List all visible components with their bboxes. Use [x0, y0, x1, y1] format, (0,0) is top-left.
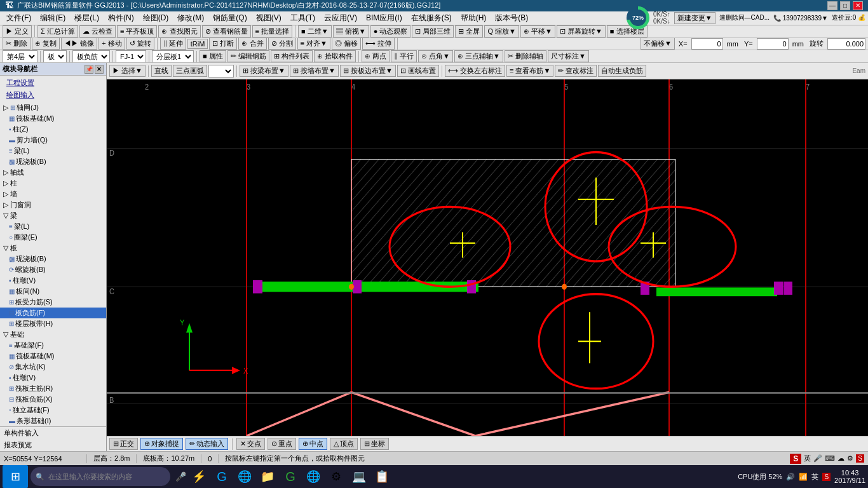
- tree-item-beam-l[interactable]: ≡ 梁(L): [0, 221, 106, 232]
- sidebar-draw-input[interactable]: 绘图输入: [0, 89, 106, 101]
- tree-item-beam[interactable]: ≡ 梁(L): [0, 146, 106, 156]
- tree-item-base[interactable]: ▽ 基础: [0, 329, 106, 340]
- tree-item-fj[interactable]: ⊟ 板负筋(F): [0, 308, 106, 318]
- break-button[interactable]: ⊡ 打断: [209, 38, 237, 50]
- tree-item-spiral[interactable]: ⟳ 螺旋板(B): [0, 264, 106, 275]
- menu-draw[interactable]: 绘图(D): [139, 11, 173, 25]
- delete-button[interactable]: ✂ 删除: [3, 38, 31, 50]
- rotate-screen-button[interactable]: ⊡ 屏幕旋转▼: [557, 25, 606, 37]
- mirror-button[interactable]: ◀▶ 镜像: [61, 38, 97, 50]
- rebar-select[interactable]: 板负筋: [72, 50, 110, 62]
- by-wall-button[interactable]: ⊞ 按墙布置▼: [290, 65, 339, 77]
- sidebar-project-settings[interactable]: 工程设置: [0, 77, 106, 89]
- taskbar-search[interactable]: 🔍 在这里输入你要搜索的内容: [31, 467, 170, 486]
- top-view-button[interactable]: ▤ 俯视▼: [333, 25, 369, 37]
- find-elem-button[interactable]: ⊕ 查找图元: [158, 25, 200, 37]
- view-rebar2-button[interactable]: ≡ 查看布筋▼: [506, 65, 553, 77]
- tree-item-jsk[interactable]: ⊘ 集水坑(K): [0, 362, 106, 372]
- tree-item-ring-beam[interactable]: ○ 圈梁(E): [0, 232, 106, 243]
- summary-button[interactable]: Σ 汇总计算: [37, 25, 78, 37]
- taskbar-app2[interactable]: G: [212, 466, 232, 487]
- offset-button[interactable]: ◎ 偏移: [332, 38, 361, 50]
- rotate-button[interactable]: ↺ 旋转: [126, 38, 154, 50]
- new-change-button[interactable]: 新建变更▼: [674, 12, 715, 24]
- tree-item-zd[interactable]: ▪ 柱墩(V): [0, 275, 106, 286]
- dynamic-obs-button[interactable]: ● 动态观察: [370, 25, 411, 37]
- split-button[interactable]: ⊘ 分割: [268, 38, 296, 50]
- taskbar-app8[interactable]: 💻: [349, 466, 369, 487]
- dim-button[interactable]: 尺寸标注▼: [548, 50, 589, 62]
- taskbar-app4[interactable]: 📁: [257, 466, 278, 487]
- menu-file[interactable]: 文件(F): [3, 11, 35, 25]
- tree-item-axis[interactable]: ▷ ⊞ 轴网(J): [0, 102, 106, 113]
- fullscreen-button[interactable]: ⊞ 全屏: [455, 25, 483, 37]
- tree-item-xjb[interactable]: ▩ 现浇板(B): [0, 254, 106, 264]
- intersect-button[interactable]: ✕ 交点: [236, 438, 265, 450]
- taskbar-app9[interactable]: 📋: [372, 466, 392, 487]
- 2d-button[interactable]: ■ 二维▼: [298, 25, 332, 37]
- x-input[interactable]: [691, 38, 723, 50]
- canvas-area[interactable]: 2 3 4 5 6 7 D C B: [107, 79, 868, 436]
- dynin-button[interactable]: ✏ 动态输入: [186, 438, 228, 450]
- stretch-button[interactable]: ⟷ 拉伸: [362, 38, 395, 50]
- property-button[interactable]: ■ 属性: [200, 50, 226, 62]
- by-slab-edge-button[interactable]: ⊞ 按板边布置▼: [340, 65, 396, 77]
- extend-button[interactable]: ‖ 延伸: [160, 38, 186, 50]
- taskbar-app5[interactable]: G: [280, 466, 301, 487]
- local-3d-button[interactable]: ⊡ 局部三维: [412, 25, 454, 37]
- align-top-button[interactable]: ≡ 平齐板顶: [117, 25, 157, 37]
- no-offset-button[interactable]: 不偏移▼: [641, 38, 675, 50]
- tree-item-column[interactable]: ▪ 柱(Z): [0, 124, 106, 135]
- tree-item-door[interactable]: ▷ 门窗洞: [0, 200, 106, 210]
- taskbar-app7[interactable]: ⚙: [326, 466, 346, 487]
- name-select[interactable]: FJ-1: [116, 50, 146, 62]
- edit-rebar-button[interactable]: ✏ 编辑钢筋: [227, 50, 269, 62]
- tree-item-txjc[interactable]: ▬ 条形基础(I): [0, 416, 106, 426]
- trim-button[interactable]: tRiM: [187, 39, 208, 49]
- tree-item-cast-slab[interactable]: ▩ 现浇板(B): [0, 156, 106, 167]
- taskbar-app1[interactable]: ⚡: [189, 466, 209, 487]
- center-button[interactable]: ⊕ 中点: [299, 438, 327, 450]
- tree-item-dljc[interactable]: ▫ 独立基础(F): [0, 405, 106, 416]
- tree-item-slab[interactable]: ▽ 板: [0, 243, 106, 254]
- single-component-input[interactable]: 单构件输入: [0, 427, 106, 439]
- draw-line-button[interactable]: ⊡ 画线布置: [397, 65, 439, 77]
- menu-view[interactable]: 视图(V): [252, 11, 285, 25]
- menu-modify[interactable]: 修改(M): [173, 11, 208, 25]
- midpt-button[interactable]: ⊙ 重点: [268, 438, 296, 450]
- tree-item-axis2[interactable]: ▷ 轴线: [0, 167, 106, 178]
- view-rebar-button[interactable]: ⊘ 查看钢筋量: [202, 25, 251, 37]
- menu-version[interactable]: 版本号(B): [491, 11, 532, 25]
- menu-floor[interactable]: 楼层(L): [71, 11, 103, 25]
- tree-item-beam2[interactable]: ▽ 梁: [0, 210, 106, 221]
- pick-component-button[interactable]: ⊕ 拾取构件: [314, 50, 356, 62]
- swap-lr-button[interactable]: ⟷ 交换左右标注: [445, 65, 505, 77]
- auto-neg-rebar-button[interactable]: 自动生成负筋: [598, 65, 646, 77]
- align-button[interactable]: ≡ 对齐▼: [297, 38, 330, 50]
- menu-help[interactable]: 帮助(H): [457, 11, 491, 25]
- parallel-button[interactable]: ‖ 平行: [391, 50, 417, 62]
- menu-cloud[interactable]: 云应用(V): [320, 11, 361, 25]
- sidebar-pin-button[interactable]: 📌: [85, 65, 93, 74]
- y-input[interactable]: [757, 38, 789, 50]
- merge-button[interactable]: ⊕ 合并: [238, 38, 266, 50]
- tree-item-fbj[interactable]: ▦ 筏板基础(M): [0, 351, 106, 362]
- batch-select-button[interactable]: ≡ 批量选择: [252, 25, 292, 37]
- vertex-button[interactable]: △ 顶点: [330, 438, 358, 450]
- del-aux-button[interactable]: ✂ 删除辅轴: [505, 50, 546, 62]
- menu-tools[interactable]: 工具(T): [287, 11, 319, 25]
- menu-bim[interactable]: BIM应用(I): [362, 11, 406, 25]
- coord-button[interactable]: ⊞ 坐标: [360, 438, 389, 450]
- rotate-input[interactable]: [827, 38, 865, 50]
- zoom-button[interactable]: Q 缩放▼: [484, 25, 519, 37]
- tree-item-col2[interactable]: ▷ 柱: [0, 178, 106, 189]
- tree-item-fbfj[interactable]: ⊟ 筏板负筋(X): [0, 394, 106, 405]
- move-button[interactable]: + 移动: [98, 38, 125, 50]
- tree-item-srj[interactable]: ⊞ 板受力筋(S): [0, 297, 106, 308]
- two-point-button[interactable]: ⊕ 两点: [362, 50, 390, 62]
- line-button[interactable]: 直线: [151, 65, 172, 77]
- type-select[interactable]: 板: [43, 50, 67, 62]
- tree-item-bj[interactable]: ▦ 板间(N): [0, 286, 106, 297]
- menu-rebar-qty[interactable]: 钢筋量(Q): [209, 11, 250, 25]
- tree-item-jcl[interactable]: ≡ 基础梁(F): [0, 340, 106, 351]
